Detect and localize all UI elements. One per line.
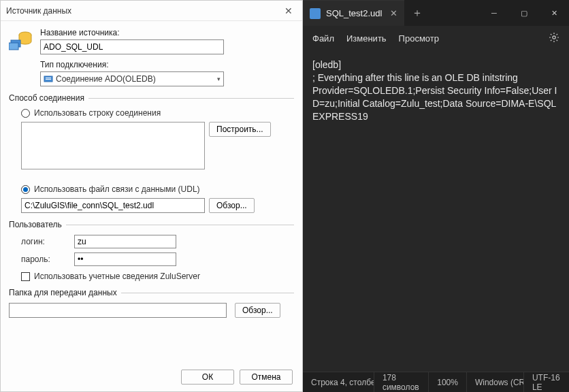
gear-icon[interactable] (549, 32, 559, 45)
zulu-creds-checkbox[interactable] (21, 272, 30, 281)
file-icon (310, 8, 321, 19)
password-label: пароль: (21, 255, 69, 264)
statusbar: Строка 4, столбец 1 178 символов 100% Wi… (303, 372, 569, 392)
source-name-input[interactable] (40, 39, 224, 54)
dialog-titlebar: Источник данных ✕ (1, 1, 302, 21)
login-input[interactable] (74, 235, 176, 248)
dialog-body: Название источника: Тип подключения: Сое… (1, 21, 302, 363)
svg-rect-4 (46, 78, 51, 78)
dialog-footer: ОК Отмена (1, 363, 302, 391)
status-position: Строка 4, столбец 1 (303, 372, 374, 392)
database-icon (9, 28, 33, 52)
conn-type-select[interactable]: Соединение ADO(OLEDB) ▾ (40, 71, 224, 86)
method-group-title: Способ соединения (9, 93, 88, 103)
notepad-menubar: Файл Изменить Просмотр (303, 26, 569, 50)
status-chars: 178 символов (374, 372, 429, 392)
radio-udl-label: Использовать файл связи с данными (UDL) (34, 184, 200, 194)
zulu-creds-label: Использовать учетные сведения ZuluServer (34, 272, 200, 281)
radio-connstr[interactable] (21, 109, 30, 118)
svg-rect-2 (9, 43, 18, 50)
window-close-button[interactable]: ✕ (539, 0, 569, 26)
radio-connstr-label: Использовать строку соединения (34, 108, 161, 118)
build-button[interactable]: Построить... (209, 122, 271, 137)
chevron-down-icon: ▾ (217, 76, 221, 82)
udl-path-input[interactable] (21, 198, 205, 213)
tab-close-icon[interactable]: ✕ (390, 8, 397, 18)
browse-udl-button[interactable]: Обзор... (209, 198, 255, 213)
status-encoding: UTF-16 LE (524, 372, 569, 392)
password-input[interactable] (74, 252, 176, 266)
tab-filename: SQL_test2.udl (326, 8, 382, 18)
dialog-title: Источник данных (6, 6, 280, 16)
svg-rect-5 (46, 79, 51, 80)
notepad-titlebar: SQL_test2.udl ✕ ＋ ─ ▢ ✕ (303, 0, 569, 26)
browse-transfer-button[interactable]: Обзор... (235, 303, 280, 318)
user-group-title: Пользователь (9, 220, 66, 229)
menu-view[interactable]: Просмотр (399, 33, 439, 44)
add-tab-button[interactable]: ＋ (404, 6, 430, 20)
transfer-folder-input[interactable] (9, 303, 227, 318)
conn-type-value: Соединение ADO(OLEDB) (56, 74, 217, 84)
conn-type-label: Тип подключения: (40, 60, 294, 69)
datasource-dialog: Источник данных ✕ Название источника: Ти… (0, 0, 303, 392)
svg-point-6 (553, 35, 555, 38)
login-label: логин: (21, 237, 69, 246)
oledb-icon (44, 74, 53, 84)
ok-button[interactable]: ОК (181, 370, 234, 385)
menu-edit[interactable]: Изменить (346, 33, 387, 44)
status-eol: Windows (CRLF) (467, 372, 524, 392)
status-zoom[interactable]: 100% (429, 372, 467, 392)
transfer-group-title: Папка для передачи данных (9, 288, 121, 297)
cancel-button[interactable]: Отмена (240, 370, 293, 385)
menu-file[interactable]: Файл (312, 33, 334, 44)
connstr-textarea[interactable] (21, 122, 205, 169)
notepad-tab[interactable]: SQL_test2.udl ✕ (303, 0, 404, 26)
editor-area[interactable]: [oledb] ; Everything after this line is … (303, 50, 569, 372)
source-name-label: Название источника: (40, 28, 294, 37)
close-icon[interactable]: ✕ (280, 3, 297, 19)
maximize-button[interactable]: ▢ (509, 0, 539, 26)
notepad-window: SQL_test2.udl ✕ ＋ ─ ▢ ✕ Файл Изменить Пр… (303, 0, 569, 392)
radio-udl[interactable] (21, 185, 30, 194)
minimize-button[interactable]: ─ (479, 0, 509, 26)
editor-content: [oledb] ; Everything after this line is … (312, 59, 557, 122)
